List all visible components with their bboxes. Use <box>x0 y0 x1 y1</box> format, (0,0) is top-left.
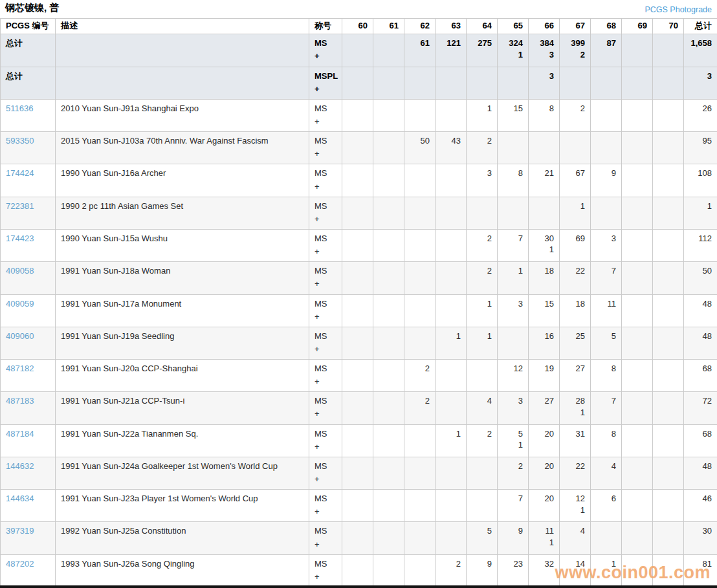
grade-cell-60 <box>342 522 373 554</box>
grade-count: 2 <box>472 232 492 245</box>
designation-cell: MS+ <box>309 294 342 327</box>
grade-cell-62 <box>404 197 436 229</box>
pcgs-number-link[interactable]: 174423 <box>6 234 34 243</box>
grade-cell-63: 43 <box>436 132 467 164</box>
grade-count: 7 <box>596 395 616 408</box>
pcgs-number-link[interactable]: 174424 <box>6 168 34 178</box>
grade-cell-69 <box>622 457 653 489</box>
col-header-grade-60: 60 <box>342 19 373 34</box>
grade-count: 2 <box>410 362 430 375</box>
totals-row-mspl: 总计MSPL+33 <box>1 67 717 99</box>
designation-label: MS <box>314 460 336 473</box>
totals-label-cell: 总计 <box>1 34 56 67</box>
grade-cell-68: 3 <box>591 229 622 261</box>
grade-count: 18 <box>534 265 554 278</box>
grade-cell-62: 2 <box>404 360 436 392</box>
grade-cell-64: 2 <box>467 132 498 164</box>
grade-count: 384 <box>534 37 554 50</box>
grade-cell-61 <box>373 457 404 489</box>
grade-count: 8 <box>596 428 616 441</box>
pcgs-number-link[interactable]: 722381 <box>6 201 34 211</box>
pcgs-number-link[interactable]: 409059 <box>6 299 34 309</box>
grade-count: 11 <box>534 525 554 538</box>
grade-count: 3 <box>503 395 523 408</box>
grade-cell-66: 18 <box>529 262 560 294</box>
designation-plus-label: + <box>314 147 336 160</box>
designation-label: MS <box>314 395 336 408</box>
grade-count: 8 <box>503 167 523 180</box>
grade-cell-69 <box>622 522 653 554</box>
grade-cell-67: 27 <box>560 360 591 392</box>
pcgs-number-link[interactable]: 487202 <box>6 559 34 569</box>
plus-grade-count: 1 <box>534 538 554 549</box>
table-row: 7223811990 2 pc 11th Asian Games SetMS+1… <box>1 197 717 229</box>
grade-count: 8 <box>596 362 616 375</box>
grade-count: 1 <box>441 428 461 441</box>
col-header-grade-63: 63 <box>436 19 467 34</box>
pcgs-number-link[interactable]: 487184 <box>6 429 34 439</box>
pcgs-number-link[interactable]: 487183 <box>6 396 34 406</box>
pcgs-number-link[interactable]: 511636 <box>6 103 33 113</box>
grade-cell-65: 3 <box>498 294 529 327</box>
total-cell: 68 <box>684 424 717 457</box>
pcgs-photograde-link[interactable]: PCGS Photograde <box>645 5 712 14</box>
grade-cell-65 <box>498 132 529 164</box>
grade-cell-68: 7 <box>591 392 622 424</box>
grade-cell-61 <box>373 132 404 164</box>
grade-cell-70 <box>653 554 684 587</box>
designation-cell: MS+ <box>309 522 342 554</box>
grade-count: 22 <box>565 265 585 278</box>
grade-cell-67: 1 <box>560 197 591 229</box>
grade-count: 50 <box>410 135 430 147</box>
designation-label: MS <box>314 135 336 147</box>
grade-count: 69 <box>565 232 585 245</box>
grade-cell-65: 2 <box>498 457 529 489</box>
pcgs-number-link[interactable]: 144632 <box>6 461 34 471</box>
total-count: 48 <box>689 298 712 310</box>
grade-cell-67: 4 <box>560 522 591 554</box>
pcgs-number-link[interactable]: 397319 <box>6 526 34 536</box>
grade-cell-65: 15 <box>498 99 529 131</box>
grade-count: 1 <box>472 102 492 115</box>
grade-count: 9 <box>503 525 523 538</box>
grade-cell-62: 2 <box>404 392 436 424</box>
description-cell: 1991 Yuan Sun-J21a CCP-Tsun-i <box>56 392 309 424</box>
grade-cell-65 <box>498 327 529 359</box>
grade-cell-69 <box>622 132 653 164</box>
grade-cell-70 <box>653 457 684 489</box>
pcgs-number-link[interactable]: 409060 <box>6 331 34 341</box>
description-cell: 1990 Yuan Sun-J15a Wushu <box>56 229 309 261</box>
grade-cell-69 <box>622 164 653 197</box>
pcgs-number-link[interactable]: 593350 <box>6 136 34 146</box>
col-header-grade-68: 68 <box>591 19 622 34</box>
grade-cell-68: 6 <box>591 490 622 522</box>
total-cell: 68 <box>684 360 717 392</box>
grade-cell-65: 7 <box>498 229 529 261</box>
grade-cell-70 <box>653 67 684 99</box>
grade-cell-66: 3 <box>529 67 560 99</box>
grade-cell-69 <box>622 229 653 261</box>
total-cell: 30 <box>684 522 717 554</box>
grade-cell-62 <box>404 554 436 587</box>
grade-cell-65: 8 <box>498 164 529 197</box>
pcgs-number-link[interactable]: 487182 <box>6 364 34 373</box>
designation-plus-label: + <box>314 441 336 453</box>
grade-count: 2 <box>472 135 492 147</box>
designation-cell: MS+ <box>309 164 342 197</box>
grade-cell-63 <box>436 360 467 392</box>
totals-row-ms: 总计MS+61121275324138433992871,658 <box>1 34 717 67</box>
grade-count: 4 <box>596 460 616 473</box>
col-header-designation: 称号 <box>309 19 342 34</box>
pcgs-number-link[interactable]: 409058 <box>6 266 34 276</box>
description-cell <box>56 67 309 99</box>
table-row: 3973191992 Yuan Sun-J25a ConstitutionMS+… <box>1 522 717 554</box>
total-count: 48 <box>689 460 712 473</box>
designation-plus-label: + <box>314 213 336 226</box>
grade-cell-66: 27 <box>529 392 560 424</box>
grade-cell-63 <box>436 522 467 554</box>
grade-cell-68: 8 <box>591 424 622 457</box>
pcgs-number-link[interactable]: 144634 <box>6 494 34 503</box>
grade-cell-62 <box>404 67 436 99</box>
total-count: 46 <box>689 492 712 505</box>
grade-cell-61 <box>373 360 404 392</box>
